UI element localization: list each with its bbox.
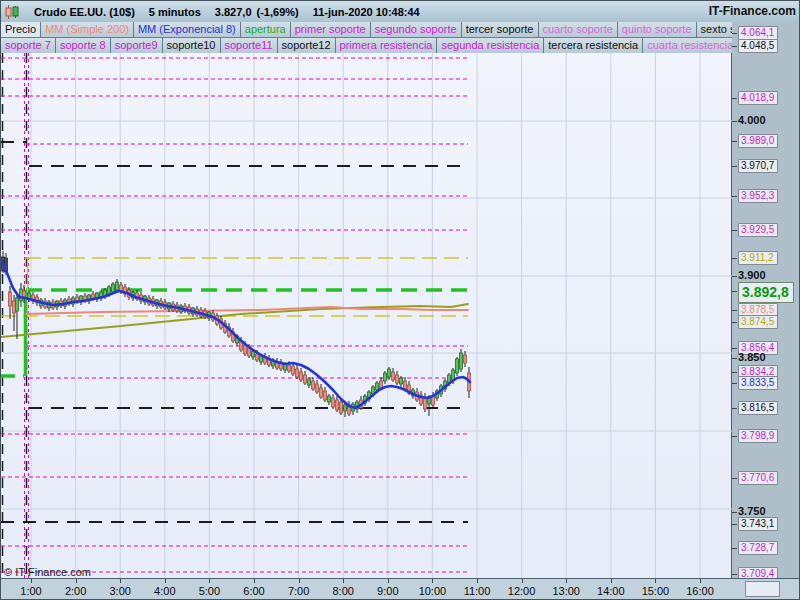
candle-body <box>13 301 16 313</box>
candle-body <box>464 355 467 363</box>
price-tick <box>732 372 737 373</box>
legend-item-tercera-resistencia[interactable]: tercera resistencia <box>544 38 643 53</box>
timeframe-label: 5 minutos <box>149 6 201 18</box>
price-label-40189: 4.018,9 <box>738 91 778 105</box>
legend-item-soporte10[interactable]: soporte10 <box>163 38 221 53</box>
legend-item-precio[interactable]: Precio <box>1 22 41 37</box>
price-label-3900: 3.900 <box>736 269 769 282</box>
indicator-legend: PrecioMM (Simple 200)MM (Exponencial 8)a… <box>1 22 732 53</box>
candle-body <box>392 372 395 380</box>
price-tick <box>732 46 737 47</box>
chart-window: Crudo EE.UU. (10$) 5 minutos 3.827,0 (-1… <box>0 0 800 600</box>
price-tick <box>732 436 737 437</box>
candle-body <box>344 405 347 411</box>
legend-item-soporte12[interactable]: soporte12 <box>278 38 336 53</box>
instrument-name: Crudo EE.UU. (10$) <box>34 6 135 18</box>
time-tick <box>655 579 656 583</box>
time-label-300: 3:00 <box>109 585 130 597</box>
price-label-40485: 4.048,5 <box>738 39 778 53</box>
time-label-1500: 15:00 <box>642 585 670 597</box>
legend-item-tercer-soporte[interactable]: tercer soporte <box>462 22 539 37</box>
time-label-1600: 16:00 <box>686 585 714 597</box>
price-label-39295: 3.929,5 <box>738 223 778 237</box>
legend-row-2: soporte 7soporte 8soporte9soporte10sopor… <box>1 38 732 53</box>
time-axis[interactable]: 1:002:003:004:005:006:007:008:009:0010:0… <box>1 578 800 600</box>
candle-body <box>288 365 291 371</box>
candle-body <box>308 379 311 385</box>
brand-link[interactable]: IT-Finance.com <box>709 4 796 18</box>
price-tick <box>732 524 737 525</box>
price-label-38165: 3.816,5 <box>738 401 778 415</box>
time-label-400: 4:00 <box>154 585 175 597</box>
title-bar: Crudo EE.UU. (10$) 5 minutos 3.827,0 (-1… <box>1 1 800 23</box>
watermark: © IT-Finance.com <box>4 566 91 578</box>
candle-body <box>388 369 391 377</box>
candle-body <box>376 383 379 390</box>
time-label-1000: 10:00 <box>419 585 447 597</box>
candle-body <box>292 366 295 374</box>
price-label-39890: 3.989,0 <box>738 134 778 148</box>
legend-item-quinto-soporte[interactable]: quinto soporte <box>618 22 697 37</box>
time-label-600: 6:00 <box>243 585 264 597</box>
price-tick <box>732 98 737 99</box>
datetime-label: 11-jun-2020 10:48:44 <box>313 6 420 18</box>
candle-body <box>9 292 12 306</box>
time-tick <box>299 579 300 583</box>
chart-plot-area[interactable]: © IT-Finance.com <box>1 53 732 578</box>
price-tick <box>732 276 737 277</box>
legend-item-mm-exponencial-8-[interactable]: MM (Exponencial 8) <box>134 22 241 37</box>
time-tick <box>254 579 255 583</box>
time-label-700: 7:00 <box>288 585 309 597</box>
legend-item-primer-soporte[interactable]: primer soporte <box>291 22 371 37</box>
price-tick <box>732 141 737 142</box>
time-tick <box>343 579 344 583</box>
axis-corner-box <box>745 581 780 597</box>
time-tick <box>165 579 166 583</box>
price-label-40641: 4.064,1 <box>738 26 778 40</box>
time-tick <box>120 579 121 583</box>
legend-item-sexto-soporte[interactable]: sexto soporte <box>697 22 732 37</box>
candle-body <box>324 391 327 400</box>
price-label-38928: 3.892,8 <box>738 282 794 303</box>
time-label-100: 1:00 <box>20 585 41 597</box>
price-tick <box>732 383 737 384</box>
price-tick <box>732 291 737 292</box>
time-tick <box>566 579 567 583</box>
legend-item-apertura[interactable]: apertura <box>241 22 291 37</box>
legend-item-segunda-resistencia[interactable]: segunda resistencia <box>437 38 544 53</box>
time-label-800: 8:00 <box>332 585 353 597</box>
candle-body <box>256 354 259 360</box>
candle-body <box>332 398 335 407</box>
price-tick <box>732 33 737 34</box>
legend-item-cuarto-soporte[interactable]: cuarto soporte <box>539 22 618 37</box>
time-tick <box>209 579 210 583</box>
price-tick <box>732 310 737 311</box>
time-tick <box>388 579 389 583</box>
legend-item-segundo-soporte[interactable]: segundo soporte <box>371 22 462 37</box>
legend-item-mm-simple-200-[interactable]: MM (Simple 200) <box>41 22 134 37</box>
candle-body <box>296 369 299 377</box>
legend-item-soporte11[interactable]: soporte11 <box>221 38 278 53</box>
price-tick <box>732 121 737 122</box>
price-tick <box>732 348 737 349</box>
legend-item-primera-resistencia[interactable]: primera resistencia <box>336 38 438 53</box>
price-tick <box>732 478 737 479</box>
legend-item-soporte9[interactable]: soporte9 <box>111 38 163 53</box>
last-price: 3.827,0 <box>215 6 252 18</box>
legend-item-cuarta-resistencia[interactable]: cuarta resistencia <box>643 38 732 53</box>
time-label-200: 2:00 <box>65 585 86 597</box>
price-axis[interactable]: 4.064,14.048,54.018,94.0003.989,03.970,7… <box>732 22 800 578</box>
time-tick <box>477 579 478 583</box>
price-tick <box>732 574 737 575</box>
candle-body <box>23 291 26 297</box>
candle-body <box>340 402 343 413</box>
time-tick <box>432 579 433 583</box>
candle-body <box>312 381 315 389</box>
legend-item-soporte-7[interactable]: soporte 7 <box>1 38 56 53</box>
change-percent: (-1,69%) <box>257 6 299 18</box>
candlestick-chart[interactable] <box>1 53 732 578</box>
legend-item-soporte-8[interactable]: soporte 8 <box>56 38 111 53</box>
price-tick <box>732 258 737 259</box>
time-tick <box>611 579 612 583</box>
time-label-1300: 13:00 <box>552 585 580 597</box>
